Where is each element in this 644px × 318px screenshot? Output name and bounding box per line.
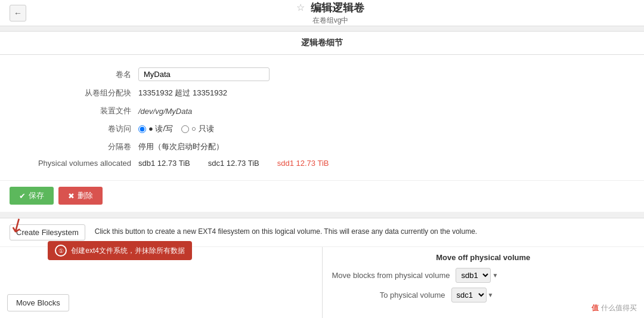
pv-label: Physical volumes allocated <box>12 159 131 168</box>
save-icon: ✔ <box>19 192 26 200</box>
page-subtitle: 在卷组vg中 <box>26 16 634 26</box>
tooltip-box: 创建ext4文件系统，并抹除所有数据 <box>48 241 192 260</box>
back-button[interactable]: ← <box>10 5 26 21</box>
pv-item-1: sdb1 12.73 TiB <box>138 159 190 168</box>
form-row-partition: 分隔卷 停用（每次启动时分配） <box>0 138 644 156</box>
watermark: 值 什么值得买 <box>592 303 637 313</box>
pv-items: sdb1 12.73 TiB sdc1 12.73 TiB sdd1 12.73… <box>138 159 329 168</box>
radio-ro-input[interactable] <box>181 125 189 133</box>
bottom-section: Create Filesystem Click this button to c… <box>0 218 644 318</box>
watermark-text: 什么值得买 <box>601 303 637 313</box>
delete-icon: ✖ <box>68 192 75 200</box>
move-from-row: Move blocks from physical volume sdb1 sd… <box>332 268 635 283</box>
move-to-row: To physical volume sdc1 sdb1 sdd1 ▼ <box>332 288 635 302</box>
move-blocks-button[interactable]: Move Blocks <box>7 294 69 311</box>
access-label: 卷访问 <box>12 124 131 134</box>
partition-value: 停用（每次启动时分配） <box>138 141 224 152</box>
access-radio-group: ● 读/写 ○ 只读 <box>138 124 214 134</box>
alloc-label: 从卷组分配块 <box>12 88 131 98</box>
section-header: 逻辑卷细节 <box>0 31 644 55</box>
pv-item-2: sdc1 12.73 TiB <box>208 159 259 168</box>
move-to-chevron: ▼ <box>488 292 494 298</box>
delete-button[interactable]: ✖ 删除 <box>58 187 103 205</box>
device-value: /dev/vg/MyData <box>138 107 192 116</box>
alloc-value: 13351932 超过 13351932 <box>138 88 227 98</box>
form-row-access: 卷访问 ● 读/写 ○ 只读 <box>0 120 644 138</box>
form-row-pv: Physical volumes allocated sdb1 12.73 Ti… <box>0 156 644 171</box>
partition-label: 分隔卷 <box>12 141 131 152</box>
left-panel: ↙ 创建ext4文件系统，并抹除所有数据 Move Blocks <box>0 247 323 318</box>
page-title: 编辑逻辑卷 <box>311 1 364 15</box>
radio-rw-input[interactable] <box>138 125 146 133</box>
form-row-name: 卷名 <box>0 64 644 84</box>
form-section: 卷名 从卷组分配块 13351932 超过 13351932 装置文件 /dev… <box>0 55 644 180</box>
bottom-panels: ↙ 创建ext4文件系统，并抹除所有数据 Move Blocks Move of… <box>0 247 644 318</box>
create-fs-description: Click this button to create a new EXT4 f… <box>95 227 477 237</box>
watermark-icon: 值 <box>592 303 599 313</box>
move-from-label: Move blocks from physical volume <box>332 271 450 280</box>
name-label: 卷名 <box>12 69 131 80</box>
move-to-label: To physical volume <box>332 291 445 300</box>
name-input[interactable] <box>138 67 270 81</box>
delete-label: 删除 <box>78 190 93 201</box>
move-to-select[interactable]: sdc1 sdb1 sdd1 <box>451 288 487 302</box>
pv-item-3: sdd1 12.73 TiB <box>277 159 329 168</box>
move-from-chevron: ▼ <box>492 272 498 279</box>
back-icon: ← <box>14 8 22 18</box>
form-row-alloc: 从卷组分配块 13351932 超过 13351932 <box>0 84 644 102</box>
header-center: ☆ 编辑逻辑卷 在卷组vg中 <box>26 1 634 26</box>
radio-rw[interactable]: ● 读/写 <box>138 124 173 134</box>
top-bar: ← ☆ 编辑逻辑卷 在卷组vg中 <box>0 0 644 26</box>
move-off-title: Move off physical volume <box>332 253 635 262</box>
move-from-select[interactable]: sdb1 sdc1 sdd1 <box>456 268 491 283</box>
star-icon[interactable]: ☆ <box>296 2 305 13</box>
save-label: 保存 <box>29 190 44 201</box>
device-label: 装置文件 <box>12 106 131 116</box>
save-button[interactable]: ✔ 保存 <box>10 187 54 205</box>
form-row-device: 装置文件 /dev/vg/MyData <box>0 102 644 120</box>
action-buttons: ✔ 保存 ✖ 删除 <box>0 180 644 212</box>
radio-ro[interactable]: ○ 只读 <box>181 124 213 134</box>
